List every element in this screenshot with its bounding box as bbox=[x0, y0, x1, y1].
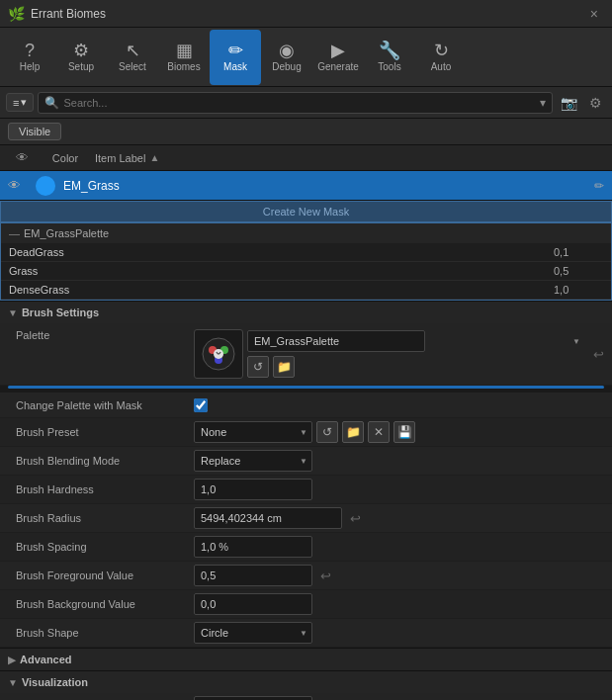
brush-preset-save-btn[interactable]: 💾 bbox=[393, 421, 415, 443]
palette-select[interactable]: EM_GrassPalette bbox=[247, 330, 425, 352]
brush-hardness-label: Brush Hardness bbox=[16, 483, 194, 495]
brush-spacing-control bbox=[194, 536, 604, 558]
search-input[interactable] bbox=[63, 97, 540, 109]
setup-label: Setup bbox=[68, 61, 94, 72]
toolbar: ? Help ⚙ Setup ↖ Select ▦ Biomes ✏ Mask … bbox=[0, 28, 612, 87]
visible-button[interactable]: Visible bbox=[8, 123, 61, 140]
brush-blending-control: Replace bbox=[194, 450, 604, 472]
toolbar-debug[interactable]: ◉ Debug bbox=[261, 30, 312, 85]
brush-blending-row: Brush Blending Mode Replace bbox=[0, 447, 612, 476]
brush-spacing-input[interactable] bbox=[194, 536, 312, 558]
toolbar-mask[interactable]: ✏ Mask bbox=[210, 30, 261, 85]
brush-fg-row: Brush Foreground Value ↩ bbox=[0, 562, 612, 590]
brush-preset-select[interactable]: None bbox=[194, 421, 312, 443]
toolbar-biomes[interactable]: ▦ Biomes bbox=[158, 30, 210, 85]
brush-radius-reset-btn[interactable]: ↩ bbox=[350, 511, 361, 526]
palette-collapse-icon[interactable]: — bbox=[9, 227, 20, 239]
setup-icon: ⚙ bbox=[73, 42, 89, 59]
settings-icon[interactable]: ⚙ bbox=[585, 93, 606, 113]
brush-blending-label: Brush Blending Mode bbox=[16, 455, 194, 467]
palette-item-name: DenseGrass bbox=[9, 284, 554, 296]
palette-control: EM_GrassPalette ↺ 📁 ↩ bbox=[194, 329, 604, 379]
eye-icon: 👁 bbox=[16, 150, 29, 165]
palette-select-wrapper[interactable]: EM_GrassPalette bbox=[247, 330, 585, 352]
layer-eye-icon[interactable]: 👁 bbox=[8, 178, 36, 193]
palette-item-value: 0,1 bbox=[554, 246, 603, 258]
sort-icon[interactable]: ▲ bbox=[149, 152, 159, 163]
debug-label: Debug bbox=[272, 61, 301, 72]
palette-folder-btn[interactable]: 📁 bbox=[273, 356, 295, 378]
visiblebar: Visible bbox=[0, 119, 612, 145]
toolbar-generate[interactable]: ▶ Generate bbox=[312, 30, 364, 85]
brush-preset-reload-btn[interactable]: ↺ bbox=[316, 421, 338, 443]
brush-preset-label: Brush Preset bbox=[16, 426, 194, 438]
close-button[interactable]: × bbox=[584, 4, 604, 24]
brush-bg-label: Brush Background Value bbox=[16, 598, 194, 610]
biomes-label: Biomes bbox=[167, 61, 200, 72]
brush-preset-folder-btn[interactable]: 📁 bbox=[342, 421, 364, 443]
brush-collapse-arrow: ▼ bbox=[8, 307, 18, 318]
brush-fg-reset-btn[interactable]: ↩ bbox=[320, 569, 331, 583]
palette-item: DenseGrass 1,0 bbox=[1, 281, 611, 300]
filter-dropdown-icon: ▾ bbox=[21, 96, 27, 109]
palette-preview-icon bbox=[194, 329, 243, 379]
brush-shape-select[interactable]: Circle bbox=[194, 622, 312, 644]
toolbar-help[interactable]: ? Help bbox=[4, 30, 55, 85]
change-palette-label: Change Palette with Mask bbox=[16, 399, 194, 411]
brush-fg-input[interactable] bbox=[194, 565, 312, 586]
brush-shape-select-wrapper[interactable]: Circle bbox=[194, 622, 312, 644]
auto-label: Auto bbox=[431, 61, 452, 72]
brush-hardness-input[interactable] bbox=[194, 479, 312, 500]
brush-radius-input[interactable] bbox=[194, 507, 342, 529]
brush-blending-select[interactable]: Replace bbox=[194, 450, 312, 472]
toolbar-setup[interactable]: ⚙ Setup bbox=[55, 30, 107, 85]
change-palette-control bbox=[194, 398, 604, 412]
titlebar: 🌿 Errant Biomes × bbox=[0, 0, 612, 28]
filter-icon: ≡ bbox=[13, 97, 19, 109]
toolbar-select[interactable]: ↖ Select bbox=[107, 30, 158, 85]
palette-item-value: 1,0 bbox=[554, 284, 603, 296]
brush-blending-select-wrapper[interactable]: Replace bbox=[194, 450, 312, 472]
palette-action-row: ↺ 📁 bbox=[247, 356, 585, 378]
visualization-header[interactable]: ▼ Visualization bbox=[0, 671, 612, 693]
toolbar-tools[interactable]: 🔧 Tools bbox=[364, 30, 415, 85]
layer-edit-icon[interactable]: ✏ bbox=[594, 179, 604, 193]
search-dropdown-icon[interactable]: ▾ bbox=[540, 96, 546, 110]
camera-icon[interactable]: 📷 bbox=[557, 93, 581, 113]
brush-radius-row: Brush Radius ↩ bbox=[0, 504, 612, 533]
search-box[interactable]: 🔍 ▾ bbox=[38, 92, 553, 114]
brush-preset-clear-btn[interactable]: ✕ bbox=[368, 421, 390, 443]
palette-progress-bar bbox=[8, 386, 604, 389]
brush-preset-select-wrapper[interactable]: None bbox=[194, 421, 312, 443]
palette-reset-btn[interactable]: ↩ bbox=[593, 347, 604, 362]
help-icon: ? bbox=[25, 42, 35, 59]
tools-label: Tools bbox=[378, 61, 400, 72]
search-icon: 🔍 bbox=[44, 96, 59, 110]
advanced-section: ▶ Advanced bbox=[0, 648, 612, 670]
eye-icon: 👁 bbox=[8, 178, 21, 193]
advanced-header[interactable]: ▶ Advanced bbox=[0, 649, 612, 670]
viz-zoffset-control bbox=[194, 696, 604, 700]
generate-icon: ▶ bbox=[331, 42, 345, 59]
palette-form-row: Palette EM_GrassPalette bbox=[0, 323, 612, 386]
brush-fg-control: ↩ bbox=[194, 565, 604, 586]
toolbar-auto[interactable]: ↻ Auto bbox=[415, 30, 467, 85]
change-palette-checkbox[interactable] bbox=[194, 398, 208, 412]
brush-settings-header[interactable]: ▼ Brush Settings bbox=[0, 302, 612, 323]
brush-preset-control: None ↺ 📁 ✕ 💾 bbox=[194, 421, 604, 443]
palette-item-name: Grass bbox=[9, 265, 554, 277]
layer-row[interactable]: 👁 EM_Grass ✏ bbox=[0, 171, 612, 201]
brush-settings-section: ▼ Brush Settings Palette EM_GrassPalette bbox=[0, 301, 612, 648]
advanced-collapse-arrow: ▶ bbox=[8, 655, 16, 665]
palette-reload-btn[interactable]: ↺ bbox=[247, 356, 269, 378]
palette-item-name: DeadGrass bbox=[9, 246, 554, 258]
viz-zoffset-input[interactable] bbox=[194, 696, 312, 700]
select-label: Select bbox=[119, 61, 146, 72]
filter-button[interactable]: ≡ ▾ bbox=[6, 93, 34, 112]
change-palette-row: Change Palette with Mask bbox=[0, 393, 612, 418]
biomes-icon: ▦ bbox=[176, 42, 193, 59]
create-mask-banner[interactable]: Create New Mask bbox=[0, 201, 612, 222]
brush-bg-input[interactable] bbox=[194, 593, 312, 615]
label-col-header: Item Label ▲ bbox=[95, 152, 604, 164]
app-icon: 🌿 bbox=[8, 6, 25, 22]
